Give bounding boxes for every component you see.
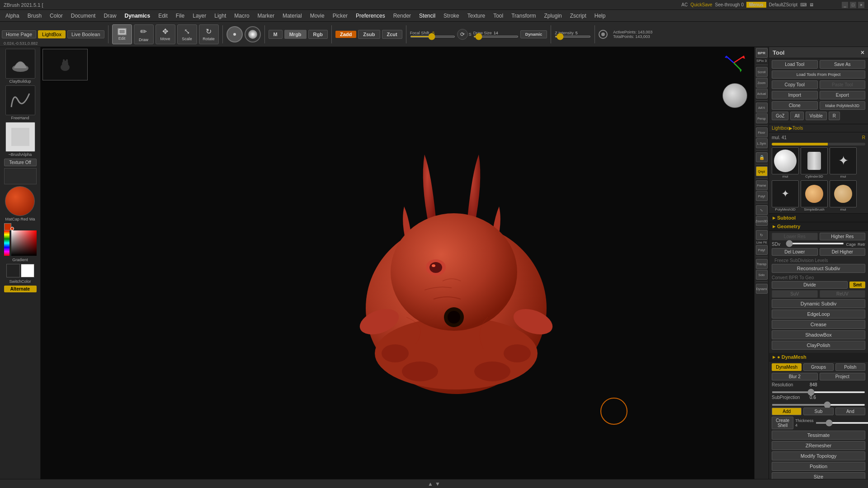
aahalf-btn[interactable]: AA½ xyxy=(756,103,768,113)
sphere-gizmo[interactable] xyxy=(722,83,750,110)
menu-help[interactable]: Help xyxy=(591,12,609,20)
menu-zplugin[interactable]: Zplugin xyxy=(540,12,565,20)
menu-render[interactable]: Render xyxy=(390,12,415,20)
tool-cylinder3d[interactable]: Cylinder3D xyxy=(801,147,828,178)
scale-btn[interactable]: ⤡ Scale xyxy=(177,24,197,44)
hue-bar[interactable] xyxy=(4,230,9,256)
move-btn[interactable]: ✥ Move xyxy=(156,24,175,44)
load-tools-from-project-btn[interactable]: Load Tools From Project xyxy=(772,70,865,79)
reuv-btn[interactable]: ReUV xyxy=(820,290,866,298)
mul-r-btn[interactable]: R xyxy=(862,135,865,140)
divide-btn[interactable]: Divide xyxy=(772,281,848,289)
menu-edit[interactable]: Edit xyxy=(155,12,171,20)
move-btn-rv[interactable]: ⤡ xyxy=(756,205,768,215)
rotate-rv-btn[interactable]: ↻ xyxy=(756,230,768,240)
tessimate-btn[interactable]: Tessimate xyxy=(772,431,865,440)
import-btn[interactable]: Import xyxy=(772,91,818,99)
goz-btn[interactable]: GoZ xyxy=(772,112,788,120)
menu-document[interactable]: Document xyxy=(67,12,99,20)
modify-topology-btn[interactable]: Modify Topology xyxy=(772,451,865,460)
blur-btn[interactable]: Blur 2 xyxy=(772,373,818,380)
dynamic-btn[interactable]: Dynamic xyxy=(520,30,547,38)
m-btn[interactable]: M xyxy=(269,30,283,39)
export-btn[interactable]: Export xyxy=(820,91,866,99)
dynamesh-main-btn[interactable]: DynaMesh xyxy=(772,363,802,371)
tool-simplebrush[interactable]: SimpleBrush xyxy=(801,180,828,211)
menu-layer[interactable]: Layer xyxy=(189,12,210,20)
menu-light[interactable]: Light xyxy=(211,12,230,20)
bpr-btn[interactable]: BPR xyxy=(756,48,768,58)
menu-stencil[interactable]: Stencil xyxy=(415,12,439,20)
suv-btn[interactable]: SuV xyxy=(772,290,818,298)
menu-marker[interactable]: Marker xyxy=(254,12,278,20)
polyf2-btn[interactable]: Polyf xyxy=(756,245,768,255)
persp-btn[interactable]: Persp xyxy=(756,113,768,123)
alternate-btn[interactable]: Alternate xyxy=(4,286,37,292)
dynami-btn[interactable]: Dynami xyxy=(756,284,768,294)
draw-size-slider[interactable] xyxy=(473,36,519,38)
subtool-divider[interactable]: Subtool xyxy=(769,214,868,222)
color-gradient[interactable] xyxy=(11,230,37,256)
menu-brush[interactable]: Brush xyxy=(24,12,45,20)
tool-polymesh3d[interactable]: ✦ PolyMesh3D xyxy=(772,180,799,211)
clay-buildup-brush[interactable]: ClayBuildup xyxy=(4,49,37,84)
solo-btn[interactable]: Solo xyxy=(756,270,768,280)
panel-close-btn[interactable]: × xyxy=(861,49,864,56)
menu-file[interactable]: File xyxy=(172,12,188,20)
minimize-btn[interactable]: _ xyxy=(842,2,848,8)
save-as-btn[interactable]: Save As xyxy=(820,60,866,69)
lsym-btn[interactable]: L.Sym xyxy=(756,138,768,148)
texture-off-btn[interactable]: Texture Off xyxy=(4,159,37,166)
floor-btn[interactable]: Floor xyxy=(756,127,768,137)
tool-mui-3[interactable]: mui xyxy=(830,180,857,211)
smt-btn[interactable]: Smt xyxy=(849,282,865,288)
draw-btn[interactable]: ✏ Draw xyxy=(134,24,154,44)
rgb-btn[interactable]: Rgb xyxy=(308,30,328,39)
project-btn[interactable]: Project xyxy=(820,373,866,380)
claypolish-btn[interactable]: ClayPolish xyxy=(772,341,865,350)
frame-btn[interactable]: Frame xyxy=(756,180,768,190)
clone-btn[interactable]: Clone xyxy=(772,101,818,110)
del-lower-btn[interactable]: Del Lower xyxy=(772,248,818,256)
lower-res-btn[interactable]: Lower Res xyxy=(772,233,818,240)
paste-tool-btn[interactable]: Paste Tool xyxy=(820,80,866,89)
close-btn[interactable]: × xyxy=(858,2,864,8)
live-boolean-btn[interactable]: Live Boolean xyxy=(67,30,104,38)
freehand-brush[interactable]: FreeHand xyxy=(4,85,37,120)
retr-btn[interactable]: Retr xyxy=(858,242,865,247)
xyz-btn[interactable]: Qxyz xyxy=(756,166,768,176)
zcut-btn[interactable]: Zcut xyxy=(382,30,402,39)
white-swatch[interactable] xyxy=(21,264,34,277)
menu-texture[interactable]: Texture xyxy=(464,12,489,20)
maximize-btn[interactable]: □ xyxy=(850,2,856,8)
shadowbox-btn[interactable]: ShadowBox xyxy=(772,330,865,339)
subprojection-slider[interactable] xyxy=(772,404,865,406)
cage-btn[interactable]: Cage xyxy=(846,242,856,247)
sub-btn[interactable]: Sub xyxy=(803,408,833,415)
make-polymesh-btn[interactable]: Make PolyMesh3D xyxy=(820,101,866,110)
menu-picker[interactable]: Picker xyxy=(329,12,351,20)
viewport[interactable] xyxy=(41,47,754,479)
color-picker[interactable] xyxy=(4,223,37,256)
z-intensity-slider[interactable] xyxy=(555,36,591,38)
zoom-btn[interactable]: Zoom xyxy=(756,78,768,88)
menu-color[interactable]: Color xyxy=(46,12,66,20)
active-color-swatch[interactable] xyxy=(4,223,11,230)
menu-zscript[interactable]: Zscript xyxy=(566,12,590,20)
convert-bpr-btn[interactable]: Convert BPR To Geo xyxy=(772,274,865,281)
lock-btn[interactable]: 🔒 xyxy=(756,152,768,162)
transp-btn[interactable]: Transp xyxy=(756,259,768,269)
del-higher-btn[interactable]: Del Higher xyxy=(820,248,866,256)
create-shell-btn[interactable]: Create Shell xyxy=(772,417,793,429)
resolution-slider[interactable] xyxy=(772,391,865,393)
menu-alpha[interactable]: Alpha xyxy=(2,12,23,20)
higher-res-btn[interactable]: Higher Res xyxy=(820,233,866,240)
menu-tool[interactable]: Tool xyxy=(490,12,507,20)
menu-macro[interactable]: Macro xyxy=(231,12,253,20)
seethrough-label[interactable]: See-through 0 xyxy=(715,2,744,7)
zadd-btn[interactable]: Zadd xyxy=(335,31,356,38)
polish-btn[interactable]: Polish xyxy=(835,363,865,371)
menu-movie[interactable]: Movie xyxy=(307,12,328,20)
zsub-btn[interactable]: Zsub xyxy=(358,30,380,39)
reconstruct-subdiv-btn[interactable]: Reconstruct Subdiv xyxy=(772,264,865,273)
